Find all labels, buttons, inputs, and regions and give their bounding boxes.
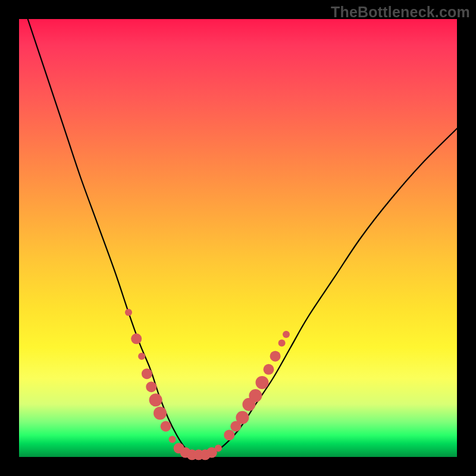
curve-marker: [138, 353, 145, 360]
attribution-text: TheBottleneck.com: [331, 4, 470, 21]
curve-marker: [278, 340, 286, 347]
plot-area: [19, 19, 457, 457]
curve-marker: [249, 389, 262, 402]
curve-layer: [19, 19, 457, 457]
curve-marker: [215, 444, 222, 452]
curve-marker: [161, 421, 171, 432]
curve-marker: [142, 368, 152, 379]
curve-marker: [169, 436, 176, 443]
bottleneck-curve: [28, 19, 457, 456]
curve-marker: [270, 351, 281, 362]
curve-marker: [236, 411, 249, 424]
curve-marker: [256, 376, 269, 389]
curve-marker: [264, 364, 274, 375]
curve-marker: [283, 331, 290, 338]
curve-marker: [125, 309, 132, 316]
marker-layer: [125, 309, 290, 460]
curve-marker: [224, 430, 234, 440]
curve-marker: [146, 381, 156, 392]
curve-marker: [131, 333, 142, 344]
curve-marker: [149, 393, 162, 406]
chart-frame: TheBottleneck.com: [0, 0, 476, 476]
curve-marker: [154, 406, 167, 419]
